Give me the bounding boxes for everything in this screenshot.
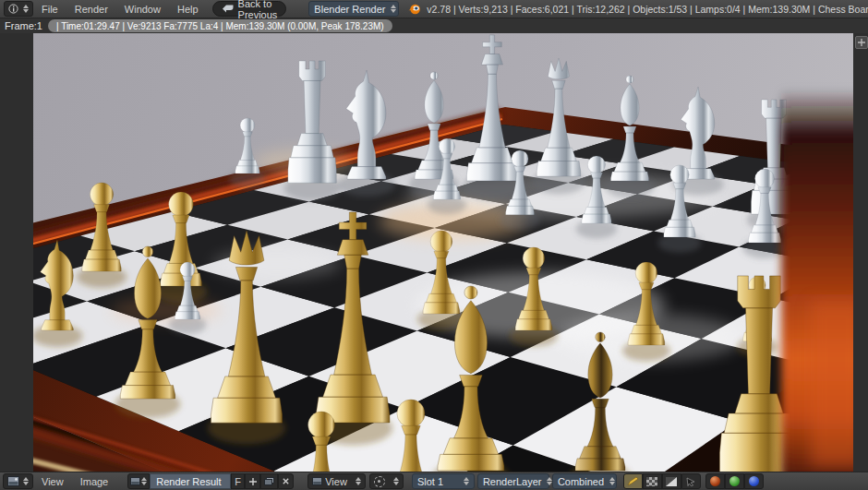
chevron-updown-icon — [391, 5, 396, 13]
chevron-updown-icon — [356, 477, 361, 485]
frame-label: Frame:1 — [5, 20, 42, 31]
blue-sphere-icon — [749, 476, 759, 486]
render-view[interactable] — [0, 33, 868, 472]
render-slot-value: Slot 1 — [417, 476, 458, 487]
image-datablock-group: Render Result F — [127, 473, 294, 489]
z-buffer-toggle[interactable] — [662, 473, 681, 489]
blender-logo-icon — [408, 4, 421, 15]
info-header: File Render Window Help Back to Previous… — [0, 0, 868, 18]
menu-image[interactable]: Image — [72, 476, 117, 487]
new-image-button[interactable] — [245, 473, 260, 489]
menu-render[interactable]: Render — [66, 4, 116, 15]
open-image-button[interactable] — [260, 473, 278, 489]
pivot-dropdown[interactable] — [369, 473, 404, 489]
image-name-field[interactable]: Render Result — [150, 473, 231, 489]
render-pass-select[interactable]: Combined — [552, 473, 617, 489]
plus-icon — [858, 39, 865, 46]
chevron-updown-icon — [23, 477, 29, 485]
render-info-bar: Frame:1 | Time:01:29.47 | Ve:9213 Fa:777… — [0, 18, 868, 34]
chevron-updown-icon — [464, 477, 469, 485]
render-layer-value: RenderLayer — [483, 476, 542, 487]
green-channel-toggle[interactable] — [725, 473, 744, 489]
image-icon — [312, 477, 322, 485]
fake-user-button[interactable]: F — [231, 473, 245, 489]
checkerboard-icon — [645, 476, 658, 487]
back-to-previous-button[interactable]: Back to Previous — [212, 1, 287, 17]
red-channel-toggle[interactable] — [705, 473, 725, 489]
plus-icon — [249, 478, 257, 485]
image-browse-icon — [130, 477, 140, 485]
menu-window[interactable]: Window — [116, 4, 169, 15]
display-channel-toggles — [623, 473, 701, 489]
menu-view[interactable]: View — [33, 476, 72, 487]
render-time-stats: | Time:01:29.47 | Ve:9213 Fa:7775 La:4 |… — [48, 19, 392, 32]
scene-statistics: v2.78 | Verts:9,213 | Faces:6,021 | Tris… — [427, 4, 868, 15]
render-engine-select[interactable]: Blender Render — [308, 1, 399, 17]
menu-file[interactable]: File — [33, 4, 66, 15]
color-alpha-toggle[interactable] — [623, 473, 643, 489]
info-icon — [8, 4, 18, 14]
render-layer-select[interactable]: RenderLayer — [477, 473, 549, 489]
view-mode-dropdown[interactable]: View — [307, 473, 366, 489]
dashed-circle-icon — [374, 476, 385, 487]
browse-image-button[interactable] — [127, 473, 150, 489]
image-editor-icon — [7, 476, 19, 486]
chevron-updown-icon — [393, 477, 399, 485]
image-editor-header: View Image Render Result F View — [0, 472, 868, 490]
render-slot-select[interactable]: Slot 1 — [412, 473, 475, 489]
cursor-arrow-icon — [685, 477, 696, 486]
render-engine-value: Blender Render — [314, 4, 385, 15]
menu-help[interactable]: Help — [169, 4, 207, 15]
green-sphere-icon — [729, 476, 740, 486]
channel-sphere-toggles — [705, 473, 764, 489]
pencil-icon — [627, 476, 639, 486]
red-sphere-icon — [710, 476, 720, 486]
expand-region-button[interactable] — [855, 36, 868, 49]
chevron-updown-icon — [141, 477, 147, 485]
half-triangle-icon — [666, 477, 677, 486]
chevron-updown-icon — [23, 5, 29, 13]
editor-type-button-info[interactable] — [4, 1, 33, 17]
unlink-image-button[interactable] — [278, 473, 294, 489]
view-mode-value: View — [325, 476, 347, 487]
back-to-previous-label: Back to Previous — [238, 0, 278, 20]
back-arrow-icon — [222, 5, 234, 13]
blender-window: File Render Window Help Back to Previous… — [0, 0, 868, 490]
alpha-toggle[interactable] — [643, 473, 662, 489]
editor-type-button-image[interactable] — [3, 473, 33, 489]
image-name-value: Render Result — [156, 476, 221, 487]
render-image — [0, 33, 868, 472]
chevron-updown-icon — [609, 477, 615, 485]
blue-channel-toggle[interactable] — [744, 473, 764, 489]
close-icon — [283, 478, 289, 484]
stacked-images-icon — [264, 477, 274, 485]
render-pass-value: Combined — [558, 476, 604, 487]
color-only-toggle[interactable] — [681, 473, 701, 489]
